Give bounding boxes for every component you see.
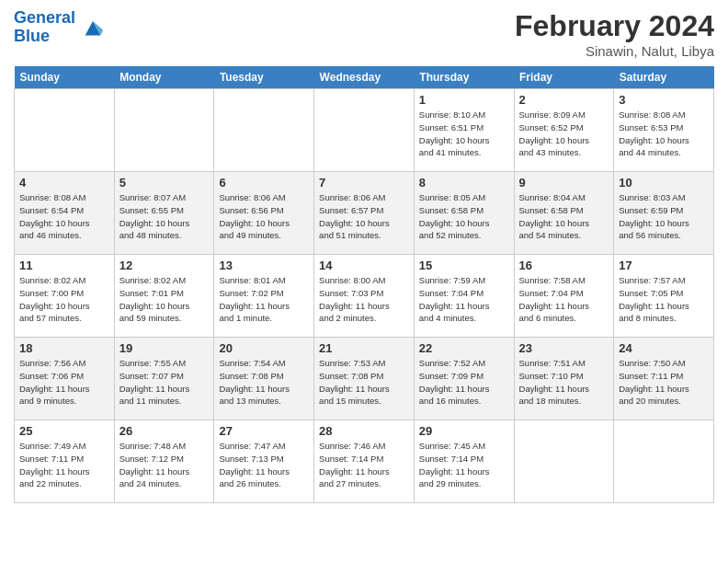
calendar-cell (214, 89, 314, 172)
day-info: Sunrise: 8:06 AMSunset: 6:57 PMDaylight:… (319, 191, 409, 242)
day-info: Sunrise: 8:08 AMSunset: 6:54 PMDaylight:… (19, 191, 109, 242)
day-info: Sunrise: 7:59 AMSunset: 7:04 PMDaylight:… (419, 274, 509, 325)
day-number: 6 (219, 176, 309, 190)
weekday-header: Monday (114, 66, 214, 89)
day-number: 5 (119, 176, 210, 190)
day-number: 22 (419, 341, 509, 355)
day-number: 23 (519, 341, 609, 355)
calendar-table: SundayMondayTuesdayWednesdayThursdayFrid… (14, 66, 714, 503)
calendar-cell: 18Sunrise: 7:56 AMSunset: 7:06 PMDayligh… (15, 338, 115, 420)
calendar-cell: 15Sunrise: 7:59 AMSunset: 7:04 PMDayligh… (414, 255, 514, 338)
day-number: 26 (119, 424, 210, 438)
day-info: Sunrise: 7:55 AMSunset: 7:07 PMDaylight:… (119, 357, 210, 408)
day-info: Sunrise: 7:45 AMSunset: 7:14 PMDaylight:… (419, 440, 509, 490)
day-info: Sunrise: 8:03 AMSunset: 6:59 PMDaylight:… (619, 191, 709, 242)
day-number: 9 (519, 176, 609, 190)
calendar-cell: 19Sunrise: 7:55 AMSunset: 7:07 PMDayligh… (114, 338, 214, 420)
day-number: 27 (219, 424, 309, 438)
day-info: Sunrise: 7:51 AMSunset: 7:10 PMDaylight:… (519, 357, 609, 408)
day-info: Sunrise: 8:01 AMSunset: 7:02 PMDaylight:… (219, 274, 309, 325)
day-info: Sunrise: 7:50 AMSunset: 7:11 PMDaylight:… (619, 357, 709, 408)
day-number: 12 (119, 259, 210, 272)
weekday-header: Wednesday (314, 66, 415, 89)
calendar-cell: 26Sunrise: 7:48 AMSunset: 7:12 PMDayligh… (114, 420, 214, 503)
day-info: Sunrise: 7:54 AMSunset: 7:08 PMDaylight:… (219, 357, 309, 408)
weekday-header-row: SundayMondayTuesdayWednesdayThursdayFrid… (15, 66, 714, 89)
weekday-header: Saturday (614, 66, 714, 89)
calendar-week-row: 25Sunrise: 7:49 AMSunset: 7:11 PMDayligh… (15, 420, 714, 503)
day-info: Sunrise: 8:09 AMSunset: 6:52 PMDaylight:… (519, 109, 609, 159)
calendar-cell: 7Sunrise: 8:06 AMSunset: 6:57 PMDaylight… (314, 172, 415, 255)
calendar-cell: 3Sunrise: 8:08 AMSunset: 6:53 PMDaylight… (614, 89, 714, 172)
day-number: 29 (419, 424, 509, 438)
day-info: Sunrise: 7:52 AMSunset: 7:09 PMDaylight:… (419, 357, 509, 408)
calendar-week-row: 11Sunrise: 8:02 AMSunset: 7:00 PMDayligh… (15, 255, 714, 338)
calendar-cell (114, 89, 214, 172)
day-info: Sunrise: 8:02 AMSunset: 7:00 PMDaylight:… (19, 274, 109, 325)
logo-text: GeneralBlue (14, 9, 75, 46)
calendar-cell (314, 89, 415, 172)
day-info: Sunrise: 8:00 AMSunset: 7:03 PMDaylight:… (319, 274, 409, 325)
weekday-header: Sunday (15, 66, 115, 89)
calendar-week-row: 1Sunrise: 8:10 AMSunset: 6:51 PMDaylight… (15, 89, 714, 172)
calendar-cell: 24Sunrise: 7:50 AMSunset: 7:11 PMDayligh… (614, 338, 714, 420)
calendar-cell: 27Sunrise: 7:47 AMSunset: 7:13 PMDayligh… (214, 420, 314, 503)
day-info: Sunrise: 8:07 AMSunset: 6:55 PMDaylight:… (119, 191, 210, 242)
calendar-cell: 21Sunrise: 7:53 AMSunset: 7:08 PMDayligh… (314, 338, 415, 420)
day-info: Sunrise: 8:06 AMSunset: 6:56 PMDaylight:… (219, 191, 309, 242)
calendar-cell: 12Sunrise: 8:02 AMSunset: 7:01 PMDayligh… (114, 255, 214, 338)
calendar-cell: 23Sunrise: 7:51 AMSunset: 7:10 PMDayligh… (514, 338, 614, 420)
calendar-cell: 1Sunrise: 8:10 AMSunset: 6:51 PMDaylight… (414, 89, 514, 172)
day-number: 8 (419, 176, 509, 190)
day-info: Sunrise: 7:58 AMSunset: 7:04 PMDaylight:… (519, 274, 609, 325)
day-number: 18 (19, 341, 109, 355)
day-info: Sunrise: 7:46 AMSunset: 7:14 PMDaylight:… (319, 440, 409, 490)
calendar-cell: 5Sunrise: 8:07 AMSunset: 6:55 PMDaylight… (114, 172, 214, 255)
page-header: GeneralBlue February 2024 Sinawin, Nalut… (14, 9, 714, 59)
calendar-week-row: 4Sunrise: 8:08 AMSunset: 6:54 PMDaylight… (15, 172, 714, 255)
day-info: Sunrise: 8:02 AMSunset: 7:01 PMDaylight:… (119, 274, 210, 325)
calendar-cell: 13Sunrise: 8:01 AMSunset: 7:02 PMDayligh… (214, 255, 314, 338)
day-number: 19 (119, 341, 210, 355)
calendar-cell: 8Sunrise: 8:05 AMSunset: 6:58 PMDaylight… (414, 172, 514, 255)
day-number: 17 (619, 259, 709, 272)
weekday-header: Friday (514, 66, 614, 89)
location: Sinawin, Nalut, Libya (515, 43, 714, 59)
calendar-cell: 11Sunrise: 8:02 AMSunset: 7:00 PMDayligh… (15, 255, 115, 338)
day-number: 13 (219, 259, 309, 272)
calendar-cell: 22Sunrise: 7:52 AMSunset: 7:09 PMDayligh… (414, 338, 514, 420)
weekday-header: Thursday (414, 66, 514, 89)
day-number: 10 (619, 176, 709, 190)
day-number: 7 (319, 176, 409, 190)
day-number: 14 (319, 259, 409, 272)
day-info: Sunrise: 7:49 AMSunset: 7:11 PMDaylight:… (19, 440, 109, 490)
day-number: 16 (519, 259, 609, 272)
weekday-header: Tuesday (214, 66, 314, 89)
day-number: 15 (419, 259, 509, 272)
day-number: 25 (19, 424, 109, 438)
day-info: Sunrise: 7:56 AMSunset: 7:06 PMDaylight:… (19, 357, 109, 408)
day-number: 24 (619, 341, 709, 355)
day-info: Sunrise: 7:53 AMSunset: 7:08 PMDaylight:… (319, 357, 409, 408)
day-number: 20 (219, 341, 309, 355)
day-info: Sunrise: 8:10 AMSunset: 6:51 PMDaylight:… (419, 109, 509, 159)
day-info: Sunrise: 7:48 AMSunset: 7:12 PMDaylight:… (119, 440, 210, 490)
logo: GeneralBlue (14, 9, 106, 46)
day-number: 2 (519, 93, 609, 107)
calendar-cell: 28Sunrise: 7:46 AMSunset: 7:14 PMDayligh… (314, 420, 415, 503)
calendar-cell: 20Sunrise: 7:54 AMSunset: 7:08 PMDayligh… (214, 338, 314, 420)
calendar-cell (15, 89, 115, 172)
calendar-cell: 10Sunrise: 8:03 AMSunset: 6:59 PMDayligh… (614, 172, 714, 255)
day-number: 21 (319, 341, 409, 355)
month-title: February 2024 (515, 9, 714, 43)
calendar-cell: 6Sunrise: 8:06 AMSunset: 6:56 PMDaylight… (214, 172, 314, 255)
calendar-cell (514, 420, 614, 503)
day-number: 3 (619, 93, 709, 107)
day-number: 11 (19, 259, 109, 272)
calendar-cell: 2Sunrise: 8:09 AMSunset: 6:52 PMDaylight… (514, 89, 614, 172)
day-info: Sunrise: 8:05 AMSunset: 6:58 PMDaylight:… (419, 191, 509, 242)
calendar-cell: 14Sunrise: 8:00 AMSunset: 7:03 PMDayligh… (314, 255, 415, 338)
calendar-cell: 29Sunrise: 7:45 AMSunset: 7:14 PMDayligh… (414, 420, 514, 503)
day-info: Sunrise: 8:08 AMSunset: 6:53 PMDaylight:… (619, 109, 709, 159)
day-number: 4 (19, 176, 109, 190)
